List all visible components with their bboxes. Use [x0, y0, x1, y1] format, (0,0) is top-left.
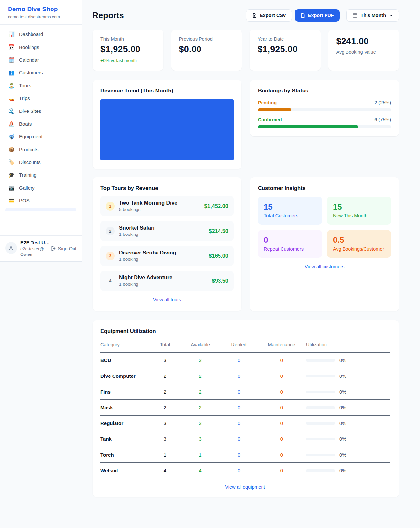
tour-bookings: 1 booking [119, 257, 204, 262]
equipment-available: 3 [180, 416, 221, 431]
insight-tile-avg-bookings: 0.5 Avg Bookings/Customer [327, 230, 391, 258]
customer-insights-title: Customer Insights [258, 185, 391, 191]
status-count: 2 (25%) [374, 100, 391, 105]
table-row: Wetsuit 4 4 0 0 0% [100, 463, 390, 478]
sidebar-item-bookings[interactable]: 📅 Bookings [4, 41, 78, 53]
table-row: Tank 3 3 0 0 0% [100, 431, 390, 447]
shop-name: Demo Dive Shop [8, 6, 74, 13]
table-header-row: Category Total Available Rented Maintena… [100, 339, 390, 353]
pos-icon: 💳 [8, 197, 15, 204]
sidebar-item-label: Gallery [19, 185, 35, 191]
sidebar-item-discounts[interactable]: 🏷️ Discounts [4, 156, 78, 169]
utilization-bar-track [306, 406, 335, 409]
stat-value: $1,925.00 [258, 44, 313, 54]
equipment-available: 2 [180, 368, 221, 384]
equipment-total: 2 [150, 384, 180, 400]
equipment-total: 2 [150, 368, 180, 384]
revenue-trend-chart [100, 99, 234, 160]
view-all-equipment-link[interactable]: View all equipment [100, 484, 390, 490]
utilization-bar-track [306, 375, 335, 377]
utilization-bar-track [306, 454, 335, 456]
equipment-maintenance: 0 [257, 384, 306, 400]
export-pdf-button[interactable]: Export PDF [295, 9, 340, 22]
utilization-percent: 0% [339, 405, 346, 410]
sidebar-item-dive-sites[interactable]: 🌊 Dive Sites [4, 105, 78, 117]
sidebar-item-equipment[interactable]: 🤿 Equipment [4, 130, 78, 143]
tour-name: Discover Scuba Diving [119, 250, 176, 255]
discounts-icon: 🏷️ [8, 159, 15, 165]
sidebar-item-label: Equipment [19, 134, 43, 139]
sidebar-item-boats[interactable]: ⛵ Boats [4, 117, 78, 130]
charts-row: Revenue Trend (This Month) Bookings by S… [93, 80, 399, 169]
sign-out-button[interactable]: Sign Out [50, 240, 76, 251]
insights-row: Top Tours by Revenue 1 Two Tank Morning … [93, 177, 399, 311]
equipment-rented: 0 [221, 431, 257, 447]
equipment-utilization-card: Equipment Utilization Category Total Ava… [93, 320, 399, 497]
sidebar-item-label: Products [19, 147, 38, 152]
file-download-icon [300, 13, 305, 18]
header-actions: Export CSV Export PDF This Month [246, 9, 399, 22]
utilization-bar-track [306, 391, 335, 393]
status-bar-fill [258, 125, 358, 128]
sidebar-item-pos[interactable]: 💳 POS [4, 194, 78, 207]
table-row: Dive Computer 2 2 0 0 0% [100, 368, 390, 384]
insight-value: 0.5 [333, 235, 385, 245]
bookings-by-status-card: Bookings by Status Pending 2 (25%) Confi… [250, 80, 399, 136]
sidebar-item-training[interactable]: 🎓 Training [4, 169, 78, 181]
equipment-available: 1 [180, 447, 221, 463]
sidebar-item-reports-partial[interactable] [5, 208, 76, 211]
sidebar-item-products[interactable]: 📦 Products [4, 143, 78, 156]
equipment-available: 4 [180, 463, 221, 478]
column-header-category: Category [100, 339, 150, 353]
main-content: Reports Export CSV Export PDF [82, 0, 420, 517]
equipment-category: Mask [100, 400, 150, 416]
equipment-rented: 0 [221, 463, 257, 478]
sidebar-item-tours[interactable]: 🏝️ Tours [4, 79, 78, 92]
view-all-tours-link[interactable]: View all tours [100, 297, 234, 302]
tour-revenue: $1,452.00 [204, 203, 228, 209]
sidebar-item-label: Customers [19, 70, 43, 75]
stat-label: Avg Booking Value [336, 50, 391, 55]
column-header-total: Total [150, 339, 180, 353]
tour-revenue: $214.50 [209, 228, 228, 234]
bookings-icon: 📅 [8, 44, 15, 50]
insight-tile-repeat-customers: 0 Repeat Customers [258, 230, 322, 258]
stat-card-avg-booking-value: $241.00 Avg Booking Value [328, 30, 399, 71]
sidebar-item-dashboard[interactable]: 📊 Dashboard [4, 28, 78, 41]
period-label: This Month [361, 13, 386, 18]
equipment-total: 4 [150, 463, 180, 478]
status-bar-track [258, 108, 391, 111]
gallery-icon: 📷 [8, 185, 15, 191]
insight-value: 0 [264, 235, 316, 245]
status-bar-fill [258, 108, 291, 111]
sidebar-item-label: Trips [19, 95, 30, 101]
period-select-button[interactable]: This Month [346, 9, 399, 22]
equipment-maintenance: 0 [257, 463, 306, 478]
insight-tile-total-customers: 15 Total Customers [258, 197, 322, 225]
column-header-utilization: Utilization [306, 339, 390, 353]
rank-badge: 3 [106, 252, 115, 260]
export-csv-button[interactable]: Export CSV [246, 9, 292, 22]
rank-badge: 4 [106, 276, 115, 285]
equipment-category: Fins [100, 384, 150, 400]
tour-name: Snorkel Safari [119, 225, 155, 231]
sidebar-item-label: Discounts [19, 159, 41, 165]
tour-revenue: $93.50 [212, 278, 228, 284]
view-all-customers-link[interactable]: View all customers [258, 264, 391, 269]
person-icon [8, 245, 14, 251]
equipment-rented: 0 [221, 447, 257, 463]
sidebar-item-trips[interactable]: 🚤 Trips [4, 92, 78, 105]
insight-tile-new-this-month: 15 New This Month [327, 197, 391, 225]
sidebar-item-calendar[interactable]: 🗓️ Calendar [4, 53, 78, 66]
table-row: Mask 2 2 0 0 0% [100, 400, 390, 416]
dashboard-icon: 📊 [8, 31, 15, 37]
sidebar-item-gallery[interactable]: 📷 Gallery [4, 181, 78, 194]
shop-domain: demo.test.divestreams.com [8, 14, 74, 19]
status-bar-track [258, 125, 391, 128]
revenue-trend-title: Revenue Trend (This Month) [100, 88, 234, 94]
sidebar-item-customers[interactable]: 👥 Customers [4, 66, 78, 79]
equipment-total: 3 [150, 353, 180, 368]
sidebar-column: Demo Dive Shop demo.test.divestreams.com… [0, 0, 82, 262]
stat-card-previous-period: Previous Period $0.00 [171, 30, 242, 71]
equipment-maintenance: 0 [257, 353, 306, 368]
